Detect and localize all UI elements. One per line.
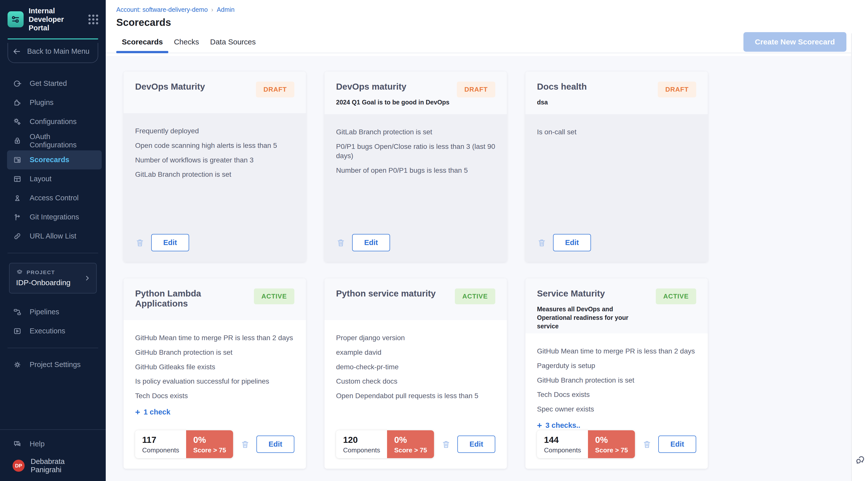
scorecard-card-devops-maturity-2: DevOps maturity 2024 Q1 Goal is to be go… — [324, 71, 507, 262]
scorecard-card-docs-health: Docs health dsa DRAFT Is on-call set Edi… — [525, 71, 708, 262]
sidebar-item-url-allow-list[interactable]: URL Allow List — [7, 227, 102, 246]
tab-checks[interactable]: Checks — [168, 31, 205, 53]
tab-scorecards[interactable]: Scorecards — [116, 31, 168, 53]
more-checks-label: 1 check — [144, 408, 170, 416]
tabs-bar: Scorecards Checks Data Sources Create Ne… — [106, 31, 868, 53]
check-item: GitHub Gitleaks file exists — [135, 362, 294, 372]
card-title: DevOps Maturity — [135, 82, 250, 92]
sidebar-item-plugins[interactable]: Plugins — [7, 93, 102, 112]
scorecard-card-python-service-maturity: Python service maturity ACTIVE Proper dj… — [324, 279, 507, 469]
delete-icon[interactable] — [240, 440, 250, 449]
score-badge: 0% Score > 75 — [186, 430, 233, 458]
check-item: Custom check docs — [336, 377, 495, 386]
back-label: Back to Main Menu — [27, 47, 89, 56]
settings-nav: Project Settings — [0, 355, 106, 374]
plus-icon: + — [135, 407, 140, 417]
check-item: GitHub Branch protection is set — [537, 376, 696, 385]
check-item: Is policy evaluation successful for pipe… — [135, 377, 294, 386]
project-selector[interactable]: PROJECT IDP-Onboarding — [9, 263, 97, 293]
sidebar-item-project-settings[interactable]: Project Settings — [7, 355, 102, 374]
breadcrumb: Account: software-delivery-demo › Admin — [116, 6, 868, 13]
main-area: Account: software-delivery-demo › Admin … — [106, 0, 868, 481]
score-label: Score > 75 — [595, 446, 628, 454]
check-item: P0/P1 bugs Open/Close ratio is less than… — [336, 142, 495, 161]
score-label: Score > 75 — [394, 446, 427, 454]
plugin-icon — [12, 98, 22, 107]
layers-icon — [16, 269, 23, 276]
project-label: PROJECT — [27, 269, 55, 276]
card-title: Python service maturity — [336, 288, 449, 298]
get-started-icon — [12, 79, 22, 88]
expand-checks-link[interactable]: + 1 check — [135, 407, 294, 417]
delete-icon[interactable] — [441, 440, 451, 449]
pipelines-icon — [12, 308, 22, 316]
score-badge: 0% Score > 75 — [387, 430, 434, 458]
plus-icon: + — [537, 420, 542, 430]
check-item: GitHub Mean time to merge PR is less tha… — [537, 347, 696, 356]
module-grid-icon[interactable] — [88, 14, 98, 24]
sidebar-divider — [7, 253, 98, 253]
expand-checks-link[interactable]: + 3 checks.. — [537, 420, 696, 430]
edit-button[interactable]: Edit — [658, 436, 696, 453]
edit-button[interactable]: Edit — [457, 436, 495, 453]
delete-icon[interactable] — [135, 238, 145, 248]
card-title: DevOps maturity — [336, 82, 451, 92]
create-new-scorecard-button[interactable]: Create New Scorecard — [743, 32, 847, 52]
edit-button[interactable]: Edit — [256, 436, 294, 453]
edit-button[interactable]: Edit — [553, 234, 591, 251]
check-item: Tech Docs exists — [537, 390, 696, 399]
card-description: dsa — [537, 98, 652, 107]
scorecard-card-python-lambda-applications: Python Lambda Applications ACTIVE GitHub… — [124, 279, 306, 469]
brand-divider — [7, 38, 98, 39]
delete-icon[interactable] — [336, 238, 346, 248]
support-chat-icon[interactable] — [855, 454, 866, 466]
breadcrumb-account-link[interactable]: Account: software-delivery-demo — [116, 6, 208, 13]
sidebar-item-configurations[interactable]: Configurations — [7, 112, 102, 131]
tab-data-sources[interactable]: Data Sources — [205, 31, 261, 53]
components-label: Components — [343, 446, 380, 454]
sidebar-item-oauth-configurations[interactable]: OAuth Configurations — [7, 131, 102, 150]
user-name: Debabrata Panigrahi — [31, 457, 96, 474]
score-percent: 0% — [193, 435, 226, 445]
sidebar: Internal Developer Portal Back to Main M… — [0, 0, 106, 481]
user-menu[interactable]: DP Debabrata Panigrahi — [7, 457, 102, 475]
page-header: Account: software-delivery-demo › Admin … — [106, 0, 868, 28]
sidebar-item-git-integrations[interactable]: Git Integrations — [7, 207, 102, 227]
edit-button[interactable]: Edit — [151, 234, 189, 251]
check-item: GitLab Branch protection is set — [135, 170, 294, 179]
scorecard-card-service-maturity: Service Maturity Measures all DevOps and… — [525, 279, 708, 469]
check-item: Number of open P0/P1 bugs is less than 5 — [336, 166, 495, 175]
sidebar-item-layout[interactable]: Layout — [7, 169, 102, 189]
check-item: GitLab Branch protection is set — [336, 127, 495, 137]
sidebar-item-pipelines[interactable]: Pipelines — [7, 302, 102, 322]
sidebar-item-access-control[interactable]: Access Control — [7, 189, 102, 207]
check-item: Open code scanning high alerts is less t… — [135, 141, 294, 150]
check-item: Number of workflows is greater than 3 — [135, 155, 294, 165]
breadcrumb-admin-link[interactable]: Admin — [217, 6, 235, 13]
check-item: Proper django version — [336, 333, 495, 343]
sidebar-item-help[interactable]: Help — [7, 434, 102, 453]
score-stats: 117 Components 0% Score > 75 — [135, 430, 233, 458]
score-stats: 144 Components 0% Score > 75 — [537, 430, 635, 458]
delete-icon[interactable] — [537, 238, 547, 248]
edit-button[interactable]: Edit — [352, 234, 390, 251]
components-label: Components — [142, 446, 179, 454]
check-item: Is on-call set — [537, 127, 696, 137]
gears-icon — [12, 118, 22, 126]
check-item: demo-check-pr-time — [336, 362, 495, 372]
executions-icon — [12, 327, 22, 335]
check-item: Spec owner exists — [537, 405, 696, 414]
score-badge: 0% Score > 75 — [588, 430, 635, 458]
link-icon — [12, 232, 22, 241]
components-count: 120 — [343, 435, 380, 445]
check-item: GitHub Branch protection is set — [135, 348, 294, 357]
score-percent: 0% — [595, 435, 628, 445]
sidebar-item-scorecards[interactable]: Scorecards — [7, 150, 102, 169]
right-rail — [851, 33, 868, 481]
sidebar-item-get-started[interactable]: Get Started — [7, 74, 102, 93]
delete-icon[interactable] — [642, 440, 652, 449]
card-title: Service Maturity — [537, 288, 650, 298]
back-to-main-menu[interactable]: Back to Main Menu — [7, 43, 98, 63]
sidebar-item-executions[interactable]: Executions — [7, 322, 102, 341]
more-checks-label: 3 checks.. — [546, 421, 581, 429]
